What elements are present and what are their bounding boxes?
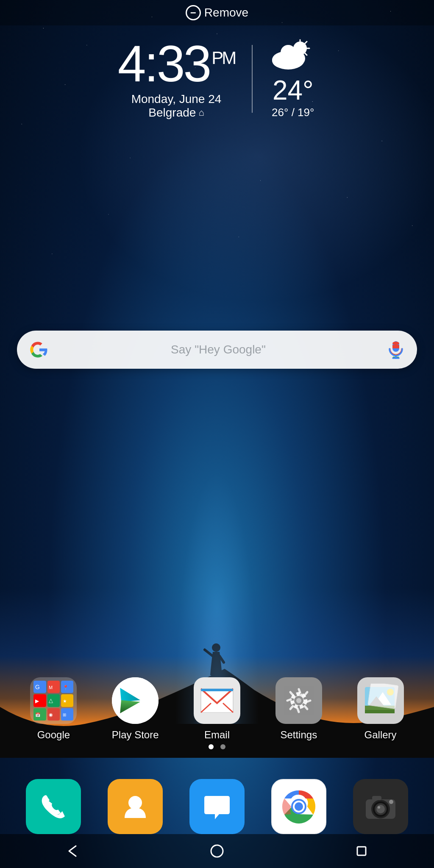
clock-time: 4:33PM [118,38,235,89]
google-label: Google [37,729,70,741]
home-button[interactable] [200,834,234,868]
mini-maps-icon: 📍 [61,681,73,693]
search-placeholder: Say "Hey Google" [57,343,380,356]
app-settings[interactable]: Settings [265,677,333,741]
mini-google-icon: G [33,681,46,693]
page-dot-2 [220,744,225,749]
clock: 4:33PM Monday, June 24 Belgrade ⌂ [118,38,235,120]
page-indicator [0,744,434,749]
clock-date: Monday, June 24 [118,92,235,106]
svg-line-3 [305,42,307,44]
app-gallery[interactable]: Gallery [347,677,415,741]
svg-point-39 [296,698,301,703]
svg-rect-45 [367,684,398,709]
dock [0,779,434,834]
email-svg [200,688,234,713]
svg-rect-44 [365,710,395,713]
remove-icon: − [186,5,201,20]
weather-widget: 24° 26° / 19° [270,39,316,119]
top-bar: − Remove [0,0,434,25]
microphone-icon [387,340,405,359]
settings-svg [284,686,314,715]
svg-text:◉: ◉ [49,712,53,717]
settings-label: Settings [280,729,317,741]
svg-text:⊞: ⊞ [63,712,66,717]
camera-icon [364,792,398,821]
search-bar[interactable]: Say "Hey Google" [17,331,417,369]
home-icon: ⌂ [198,107,204,118]
recents-button[interactable] [345,834,378,868]
google-logo [29,339,50,360]
settings-icon [275,677,322,724]
contacts-icon [120,792,150,821]
svg-text:M: M [49,685,53,690]
dock-chrome[interactable] [271,779,326,834]
clock-weather-widget: 4:33PM Monday, June 24 Belgrade ⌂ 24° [0,38,434,120]
remove-button[interactable]: − Remove [186,5,248,20]
mini-drive-icon: △ [47,694,60,707]
svg-text:G: G [35,684,40,690]
email-icon [194,677,240,724]
weather-range: 26° / 19° [270,106,316,119]
page-dot-1 [209,744,214,749]
svg-text:★: ★ [63,698,67,704]
svg-point-10 [288,47,302,61]
svg-text:📅: 📅 [35,712,41,718]
dock-messages[interactable] [189,779,245,834]
svg-rect-34 [201,689,233,691]
svg-point-58 [389,800,393,804]
svg-point-59 [211,845,223,857]
gallery-label: Gallery [364,729,397,741]
svg-point-50 [295,802,303,811]
app-grid: G M 📍 ▶ △ ★ 📅 ◉ ⊞ [0,677,434,741]
play-icon-clean [112,677,159,724]
svg-line-5 [305,53,307,55]
svg-point-46 [128,796,142,810]
back-button[interactable] [56,834,89,868]
playstore-label: Play Store [112,729,159,741]
weather-icon [270,39,316,73]
svg-text:△: △ [49,697,53,704]
weather-temperature: 24° [270,75,316,106]
widget-divider [252,45,253,113]
mini-calendar-icon: 📅 [33,708,46,721]
playstore-icon [112,677,159,724]
mini-photos-icon: ★ [61,694,73,707]
mini-duo-icon: ◉ [47,708,60,721]
gallery-svg [362,684,400,718]
svg-text:📍: 📍 [63,684,69,690]
google-folder-icon: G M 📍 ▶ △ ★ 📅 ◉ ⊞ [30,677,77,724]
mini-sheets-icon: ⊞ [61,708,73,721]
svg-rect-57 [372,796,381,800]
nav-bar [0,834,434,868]
svg-point-55 [376,805,385,813]
svg-point-56 [378,806,380,809]
gallery-icon [357,677,404,724]
app-google[interactable]: G M 📍 ▶ △ ★ 📅 ◉ ⊞ [19,677,87,741]
dock-phone[interactable] [26,779,81,834]
chrome-icon [282,790,316,823]
email-label: Email [204,729,230,741]
app-email[interactable]: Email [183,677,251,741]
clock-location: Belgrade ⌂ [118,106,235,120]
dock-camera[interactable] [353,779,408,834]
phone-icon [39,792,68,821]
remove-label: Remove [204,6,248,19]
svg-text:▶: ▶ [35,698,39,704]
messages-icon [202,792,232,821]
dock-contacts[interactable] [108,779,163,834]
mini-youtube-icon: ▶ [33,694,46,707]
svg-rect-60 [357,847,366,855]
mini-gmail-icon: M [47,681,60,693]
app-playstore[interactable]: Play Store [101,677,169,741]
